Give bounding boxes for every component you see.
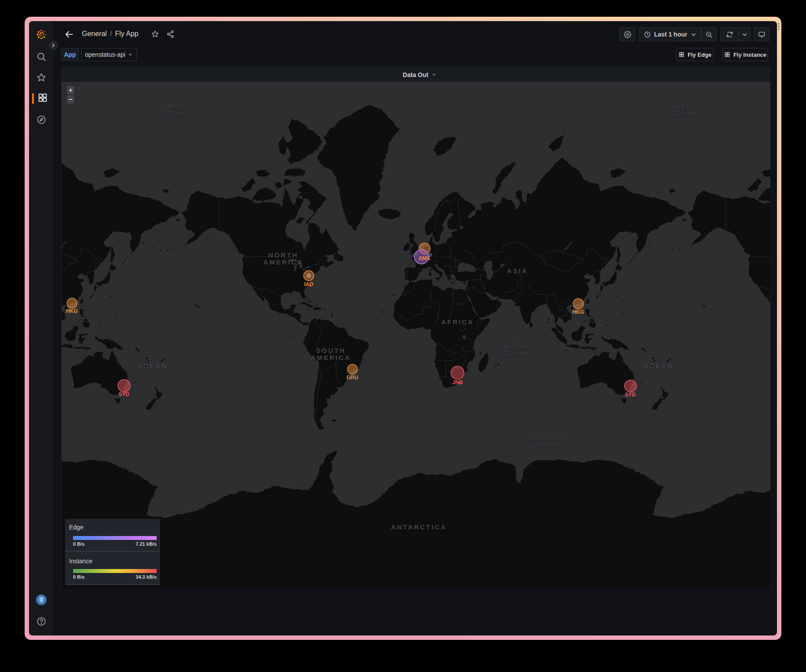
svg-text:AMS: AMS: [418, 255, 430, 261]
svg-text:GRU: GRU: [346, 375, 358, 381]
svg-text:IAD: IAD: [304, 281, 313, 287]
svg-text:HKG: HKG: [572, 309, 584, 315]
svg-text:HKG: HKG: [66, 308, 78, 314]
svg-text:JNB: JNB: [452, 379, 463, 386]
svg-text:SYD: SYD: [118, 391, 129, 397]
svg-text:SYD: SYD: [625, 392, 636, 398]
